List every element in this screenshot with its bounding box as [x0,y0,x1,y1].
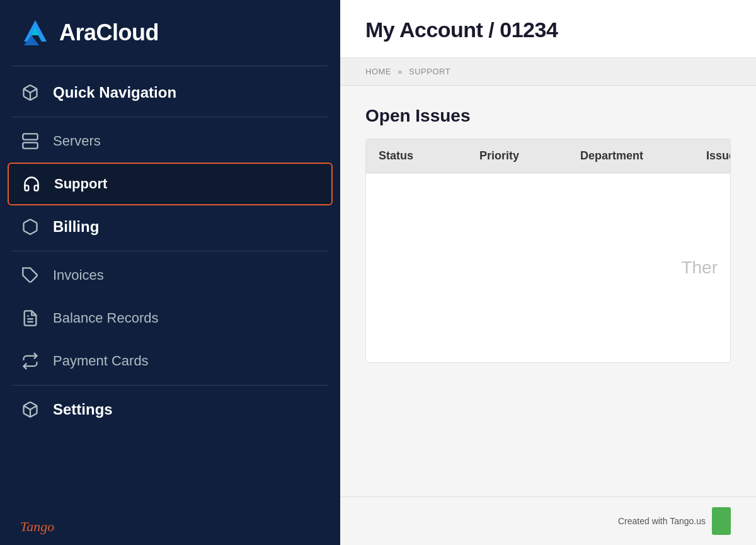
page-section: Open Issues Status Priority Department I… [340,86,756,496]
sidebar-item-payment-cards[interactable]: Payment Cards [0,340,340,382]
sidebar-item-invoices[interactable]: Invoices [0,254,340,297]
sidebar-item-billing[interactable]: Billing [0,205,340,248]
servers-icon [20,131,40,151]
headset-icon [21,174,42,194]
issues-table: Status Priority Department Issue Ther [365,139,731,363]
svg-rect-5 [23,142,37,148]
sidebar-divider-1 [13,117,328,117]
breadcrumb: HOME » SUPPORT [340,58,756,86]
sidebar-nav: Quick Navigation Servers [0,66,340,508]
sidebar-item-quick-navigation[interactable]: Quick Navigation [0,71,340,114]
page-title: My Account / 01234 [365,18,731,42]
column-status: Status [379,149,479,163]
document-icon [20,308,40,328]
arrows-icon [20,351,40,371]
breadcrumb-current: SUPPORT [409,67,450,76]
green-button[interactable] [712,507,731,535]
sidebar-item-servers[interactable]: Servers [0,120,340,163]
section-title: Open Issues [365,106,731,126]
aracloud-logo-icon [20,18,50,48]
column-priority: Priority [479,149,580,163]
sidebar-item-billing-label: Billing [53,218,99,236]
column-department: Department [580,149,706,163]
sidebar-item-servers-label: Servers [53,133,101,149]
sidebar-item-support-label: Support [54,176,107,192]
table-body: Ther [366,173,730,362]
tag-icon [20,265,40,285]
tango-logo: Tango [20,519,54,535]
main-content: My Account / 01234 HOME » SUPPORT Open I… [340,0,756,545]
sidebar-divider-2 [13,251,328,251]
table-header: Status Priority Department Issue [366,139,730,173]
breadcrumb-separator: » [398,67,403,76]
billing-cube-icon [20,217,40,237]
empty-text: Ther [681,258,718,278]
breadcrumb-home[interactable]: HOME [365,67,391,76]
svg-rect-4 [23,134,37,139]
sidebar-item-settings[interactable]: Settings [0,388,340,431]
logo-container: AraCloud [0,0,340,66]
sidebar-item-payment-cards-label: Payment Cards [53,353,149,369]
sidebar-item-invoices-label: Invoices [53,267,104,284]
sidebar-item-balance-records-label: Balance Records [53,310,159,326]
sidebar-item-balance-records[interactable]: Balance Records [0,297,340,340]
sidebar-footer: Tango [0,508,340,545]
cube-icon [20,83,40,103]
footer-bar: Created with Tango.us [340,496,756,545]
sidebar-item-support[interactable]: Support [8,163,333,205]
footer-created-with: Created with Tango.us [618,516,706,526]
sidebar-item-settings-label: Settings [53,401,113,418]
main-header: My Account / 01234 [340,0,756,58]
sidebar-item-quick-navigation-label: Quick Navigation [53,84,176,101]
settings-cube-icon [20,399,40,420]
logo-text: AraCloud [59,20,159,46]
sidebar: AraCloud Quick Navigation [0,0,340,545]
column-issue: Issue [706,149,731,163]
sidebar-divider-3 [13,385,328,386]
